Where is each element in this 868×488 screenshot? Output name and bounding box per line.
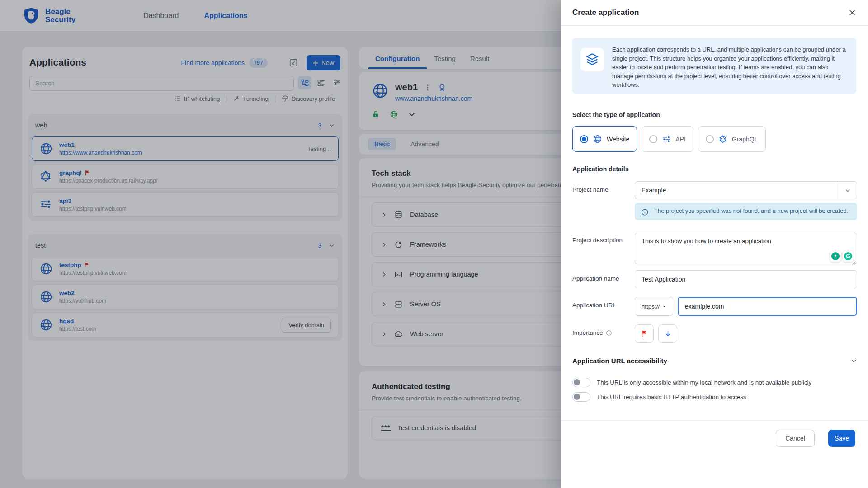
local-network-toggle[interactable] [572,378,590,387]
caret-down-icon [662,305,666,309]
application-url-input[interactable] [678,297,857,316]
importance-row: Importance [572,324,857,343]
info-banner-text: Each application corresponds to a URL, a… [612,45,848,87]
screen: Beagle Security Dashboard Applications A… [0,0,868,488]
project-description-textarea[interactable]: This is to show you how to create an app… [635,233,857,264]
url-accessibility-header[interactable]: Application URL accessibility [572,357,857,365]
protocol-select[interactable]: https:// [635,297,673,316]
local-network-toggle-row: This URL is only accessible within my lo… [572,378,811,387]
layers-icon [580,48,604,71]
project-name-label: Project name [572,181,635,199]
project-name-row: Project name Example [572,181,857,199]
type-option-website[interactable]: Website [572,126,637,152]
red-flag-icon [641,330,648,338]
drawer-footer: Cancel Save [561,420,868,447]
importance-low-arrow-button[interactable] [658,324,677,343]
basic-auth-toggle-row: This URL requires basic HTTP authenticat… [572,392,746,402]
info-banner: Each application corresponds to a URL, a… [572,38,856,94]
radio-selected-icon[interactable] [580,135,588,143]
info-circle-icon [606,330,612,336]
application-type-options: Website API GraphQL [572,126,766,152]
resize-handle[interactable] [852,261,856,265]
drawer-header: Create application [561,0,868,26]
close-icon[interactable] [848,9,856,17]
website-globe-icon [593,134,602,144]
radio-icon[interactable] [649,135,657,143]
modal-overlay[interactable] [0,0,561,488]
create-application-drawer: Create application Each application corr… [561,0,868,488]
importance-flag-button[interactable] [635,324,654,343]
drawer-title: Create application [572,8,639,17]
application-url-label: Application URL [572,297,635,316]
project-name-select[interactable]: Example [635,181,857,199]
info-circle-icon [641,208,649,216]
toggle-label: This URL requires basic HTTP authenticat… [597,394,746,400]
chevron-down-icon[interactable] [839,182,857,199]
type-option-graphql[interactable]: GraphQL [698,126,766,152]
cancel-button[interactable]: Cancel [776,430,815,447]
graphql-icon [718,135,727,144]
protocol-value: https:// [642,303,660,310]
project-name-value: Example [635,187,839,194]
project-description-row: Project description This is to show you … [572,233,857,266]
project-description-label: Project description [572,233,635,266]
application-name-row: Application name [572,270,857,288]
api-icon [662,135,671,144]
alert-text: The project you specified was not found,… [654,207,848,216]
url-accessibility-title: Application URL accessibility [572,357,667,365]
details-section-label: Application details [572,165,628,173]
type-section-label: Select the type of application [572,111,660,118]
toggle-label: This URL is only accessible within my lo… [597,379,811,386]
arrow-down-icon [664,330,672,338]
grammarly-icon[interactable]: G [843,251,854,262]
importance-label: Importance [572,324,635,343]
application-name-input[interactable] [635,270,857,288]
chevron-down-icon[interactable] [850,357,857,364]
type-option-api[interactable]: API [642,126,693,152]
project-not-found-alert: The project you specified was not found,… [635,203,857,220]
save-button[interactable]: Save [828,430,855,447]
basic-auth-toggle[interactable] [572,392,590,402]
application-name-label: Application name [572,270,635,288]
grammarly-suggestion-icon[interactable] [830,251,841,262]
application-url-row: Application URL https:// [572,297,857,316]
radio-icon[interactable] [706,135,714,143]
